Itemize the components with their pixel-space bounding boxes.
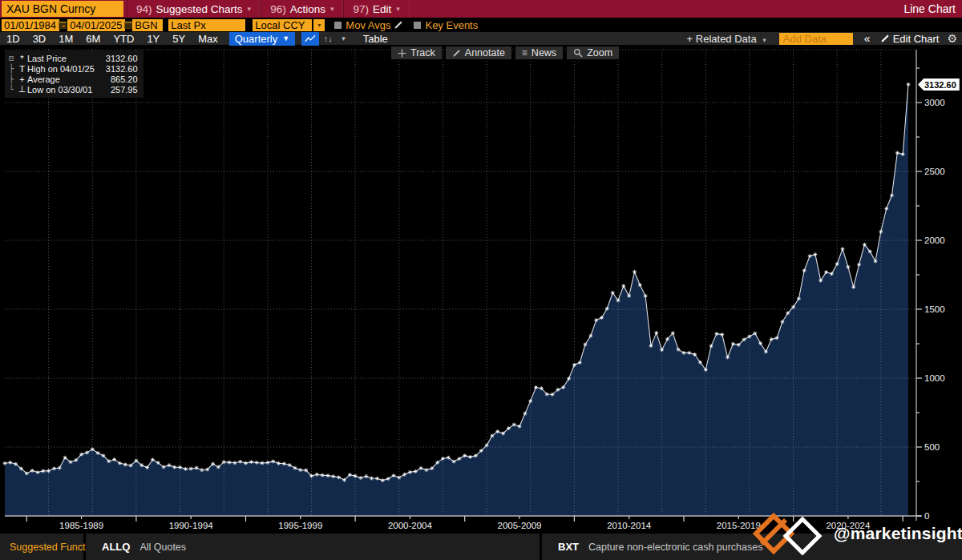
edit-chart-button[interactable]: Edit Chart (875, 33, 946, 45)
y-tick-label: 1500 (924, 304, 945, 314)
news-label: News (532, 47, 556, 58)
news-icon: ≡ (522, 47, 527, 58)
x-axis-labels: 1985-19891990-19941995-19992000-20042005… (59, 521, 871, 530)
chart-legend[interactable]: ⊟*Last Price3132.60├THigh on 04/01/25313… (5, 50, 143, 98)
track-icon (398, 49, 406, 58)
y-axis-labels: 050010001500200025003000 (924, 98, 945, 521)
legend-label: Average (27, 75, 60, 84)
menu-edit[interactable]: 97) Edit ▾ (343, 0, 409, 18)
y-tick-label: 2000 (924, 236, 945, 245)
menu-label: Actions (290, 3, 325, 15)
legend-row-3[interactable]: └⊥Low on 03/30/01257.95 (9, 84, 138, 95)
calendar-icon[interactable] (124, 21, 132, 29)
add-data-input[interactable]: Add Data (779, 33, 853, 45)
currency-dropdown-arrow[interactable]: ▾ (313, 19, 325, 31)
function-desc: Capture non-electronic cash purchases (579, 542, 762, 553)
date-from-field[interactable]: 01/01/1984 (2, 19, 59, 31)
key-events-label: Key Events (425, 19, 478, 31)
zoom-label: Zoom (587, 47, 612, 58)
zoom-icon (573, 48, 583, 58)
marketinsights-logo-icon (752, 512, 829, 555)
legend-tree-icon: ├ (9, 64, 17, 73)
pricing-source-field[interactable]: BGN (132, 19, 163, 31)
x-tick-label: 1995-1999 (278, 521, 322, 530)
range-button-max[interactable]: Max (192, 32, 224, 46)
line-chart-type-icon[interactable] (301, 32, 319, 46)
edit-chart-label: Edit Chart (893, 33, 940, 45)
legend-row-0[interactable]: ⊟*Last Price3132.60 (9, 53, 138, 63)
legend-tree-icon: ⊟ (9, 54, 17, 62)
series-area-fill (5, 84, 908, 516)
price-field-selector[interactable]: Last Px (168, 19, 245, 31)
mov-avgs-toggle[interactable]: Mov Avgs (334, 19, 403, 31)
pencil-icon[interactable] (394, 20, 403, 30)
checkbox-icon[interactable] (334, 22, 342, 29)
y-ticks (916, 68, 922, 516)
chevron-down-icon: ▾ (330, 5, 334, 13)
date-from-value: 01/01/1984 (4, 19, 56, 31)
x-tick-label: 1985-1989 (59, 521, 103, 530)
range-button-ytd[interactable]: YTD (107, 32, 140, 46)
zoom-button[interactable]: Zoom (567, 46, 619, 59)
legend-label: High on 04/01/25 (27, 64, 95, 74)
legend-label: Low on 03/30/01 (27, 85, 92, 95)
range-button-3d[interactable]: 3D (26, 32, 53, 46)
track-button[interactable]: Track (391, 46, 442, 59)
date-to-field[interactable]: 04/01/2025 (67, 19, 125, 31)
y-tick-label: 3000 (924, 98, 945, 107)
x-tick-label: 2010-2014 (607, 521, 652, 530)
sort-order-icon[interactable]: ↑↓ (319, 32, 337, 46)
range-button-1y[interactable]: 1Y (140, 32, 166, 46)
periodicity-value: Quarterly (235, 33, 277, 45)
range-buttons: 1D3D1M6MYTD1Y5YMax (0, 32, 224, 46)
periodicity-selector[interactable]: Quarterly ▼ (229, 32, 295, 46)
function-shortcut-allq[interactable]: ALLQ All Quotes (86, 534, 540, 560)
chart-type-dropdown-arrow[interactable]: ▾ (337, 34, 350, 42)
annotate-button[interactable]: Annotate (446, 46, 511, 59)
range-button-1d[interactable]: 1D (0, 32, 26, 46)
collapse-panel-icon[interactable]: « (859, 32, 875, 45)
panel-title: Line Chart (903, 2, 962, 15)
chart-action-buttons: TrackAnnotate≡NewsZoom (391, 46, 623, 59)
legend-row-2[interactable]: ├+Average865.20 (9, 74, 138, 84)
chart-panel: 0500100015002000250030001985-19891990-19… (0, 46, 962, 534)
related-data-button[interactable]: + Related Data ▾ (681, 33, 773, 45)
watermark: @marketinsights (752, 512, 962, 555)
related-data-label: + Related Data (687, 33, 757, 45)
function-code: ALLQ (86, 541, 130, 553)
range-button-1m[interactable]: 1M (52, 32, 79, 46)
y-tick-label: 2500 (924, 167, 945, 176)
key-events-toggle[interactable]: Key Events (414, 19, 478, 31)
menu-key: 97) (353, 3, 369, 15)
legend-value: 3132.60 (95, 64, 138, 74)
legend-label: Last Price (27, 54, 67, 63)
annotate-icon (452, 49, 461, 58)
field-bar: 01/01/1984 - 04/01/2025 BGN Last Px Loca… (0, 18, 962, 32)
menu-actions[interactable]: 96) Actions ▾ (261, 0, 343, 18)
menu-key: 94) (136, 3, 152, 15)
date-to-value: 04/01/2025 (70, 19, 122, 31)
function-code: BXT (542, 541, 579, 553)
legend-value: 865.20 (99, 75, 138, 84)
x-tick-label: 1990-1994 (169, 521, 214, 530)
price-chart[interactable]: 0500100015002000250030001985-19891990-19… (0, 46, 962, 534)
legend-row-1[interactable]: ├THigh on 04/01/253132.60 (9, 63, 138, 74)
gear-icon[interactable]: ⚙ (945, 32, 962, 45)
currency-selector[interactable]: Local CCY (253, 19, 312, 31)
legend-tree-icon: └ (9, 85, 17, 94)
legend-marker-icon: + (17, 75, 27, 84)
security-ticker-field[interactable]: XAU BGN Curncy (2, 1, 123, 17)
legend-marker-icon: T (17, 64, 27, 74)
range-button-6m[interactable]: 6M (79, 32, 107, 46)
range-button-5y[interactable]: 5Y (166, 32, 192, 46)
chevron-down-icon: ▾ (396, 5, 400, 13)
menu-suggested-charts[interactable]: 94) Suggested Charts ▾ (127, 0, 261, 18)
table-button[interactable]: Table (357, 32, 394, 46)
function-desc: All Quotes (130, 542, 186, 553)
mov-avgs-label: Mov Avgs (346, 19, 390, 31)
news-button[interactable]: ≡News (515, 46, 563, 59)
chart-toolbar: 1D3D1M6MYTD1Y5YMax Quarterly ▼ ↑↓ ▾ Tabl… (0, 32, 962, 46)
suggested-functions-tab[interactable]: Suggested Functions (0, 534, 83, 560)
menu-label: Edit (373, 3, 391, 15)
checkbox-icon[interactable] (414, 22, 421, 29)
